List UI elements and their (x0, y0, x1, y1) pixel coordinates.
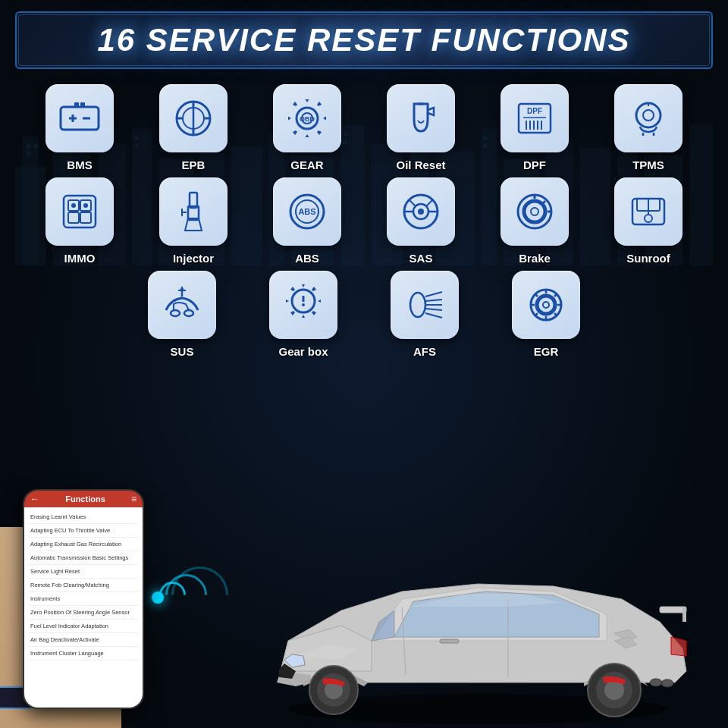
phone-content: Erasing Learnt Values Adapting ECU To Th… (24, 507, 143, 708)
injector-icon-box (159, 177, 228, 246)
icon-item-gearbox[interactable]: Gear box (254, 271, 353, 358)
phone-menu-icon[interactable]: ≡ (131, 494, 136, 504)
brake-icon-box (500, 177, 569, 246)
phone-menu-item-4[interactable]: Automatic Transmission Basic Settings (29, 551, 138, 565)
icons-section: BMS EPB (0, 77, 728, 368)
icon-item-tpms[interactable]: TPMS (599, 84, 698, 171)
svg-point-102 (302, 303, 305, 306)
svg-line-82 (410, 200, 416, 206)
icons-row-1: BMS EPB (23, 84, 705, 171)
bottom-section: ← Functions ≡ Erasing Learnt Values Adap… (0, 466, 728, 728)
phone-menu-item-1[interactable]: Erasing Learnt Values (29, 510, 138, 524)
svg-line-115 (554, 313, 557, 316)
egr-icon-box (512, 271, 580, 339)
gear-label: GEAR (290, 158, 323, 171)
svg-rect-96 (184, 310, 193, 316)
car-image (220, 474, 728, 728)
icon-item-afs[interactable]: AFS (375, 271, 474, 358)
svg-rect-35 (80, 102, 85, 107)
phone-area: ← Functions ≡ Erasing Learnt Values Adap… (0, 466, 243, 728)
svg-text:ABS: ABS (298, 207, 315, 216)
icon-item-sunroof[interactable]: Sunroof (599, 177, 698, 265)
svg-point-85 (524, 201, 545, 222)
tpms-label: TPMS (632, 158, 664, 171)
svg-line-117 (535, 313, 538, 316)
svg-rect-95 (171, 310, 180, 316)
phone-menu-item-7[interactable]: Instruments (29, 592, 138, 606)
icon-item-sus[interactable]: SUS (133, 271, 231, 358)
sunroof-icon-box (614, 177, 682, 246)
svg-rect-33 (61, 107, 99, 130)
phone-title: Functions (65, 494, 105, 504)
svg-point-110 (537, 296, 555, 314)
epb-label: EPB (182, 158, 206, 171)
icon-item-egr[interactable]: EGR (497, 271, 595, 358)
icon-item-bms[interactable]: BMS (30, 84, 129, 171)
svg-rect-67 (80, 212, 91, 223)
svg-point-59 (643, 110, 654, 121)
phone-header: ← Functions ≡ (24, 491, 143, 507)
wifi-signal (136, 565, 228, 626)
svg-rect-130 (660, 607, 686, 613)
svg-point-132 (650, 679, 662, 686)
svg-line-119 (535, 293, 538, 297)
phone-menu-item-5[interactable]: Service Light Reset (29, 565, 138, 579)
svg-point-111 (543, 302, 549, 308)
svg-rect-129 (440, 639, 459, 643)
svg-text:DPF: DPF (527, 107, 542, 115)
gearbox-icon-box (269, 271, 337, 339)
icon-item-epb[interactable]: EPB (144, 84, 243, 171)
bms-label: BMS (67, 158, 92, 171)
svg-rect-66 (68, 212, 79, 223)
svg-point-58 (636, 103, 661, 127)
svg-point-93 (645, 215, 652, 222)
abs-icon-box: ABS (273, 177, 341, 246)
immo-label: IMMO (64, 252, 96, 265)
oil-icon-box (387, 84, 455, 152)
immo-icon-box (46, 177, 114, 246)
svg-line-107 (425, 309, 442, 310)
bms-icon-box (46, 84, 114, 152)
epb-icon-box (159, 84, 228, 152)
icon-item-brake[interactable]: Brake (485, 177, 584, 265)
icon-item-abs[interactable]: ABS ABS (258, 177, 356, 265)
svg-line-104 (425, 292, 442, 297)
phone-menu-item-10[interactable]: Air Bag Deactivate/Activate (29, 633, 138, 647)
icon-item-dpf[interactable]: DPF DPF (485, 84, 584, 171)
phone-menu-item-2[interactable]: Adapting ECU To Throttle Valve (29, 524, 138, 538)
sas-icon-box (387, 177, 455, 246)
svg-text:OBD: OBD (300, 115, 315, 123)
icon-item-gear[interactable]: OBD GEAR (258, 84, 356, 171)
svg-line-108 (425, 313, 442, 318)
phone-device: ← Functions ≡ Erasing Learnt Values Adap… (23, 489, 144, 709)
phone-menu-item-6[interactable]: Remote Fob Clearing/Matching (29, 579, 138, 592)
phone-menu-item-9[interactable]: Fuel Level Indicator Adaptation (29, 620, 138, 633)
page-title: 16 SERVICE RESET FUNCTIONS (32, 22, 696, 58)
afs-label: AFS (413, 345, 436, 358)
oil-label: Oil Reset (396, 158, 445, 171)
sus-label: SUS (171, 345, 194, 358)
dpf-label: DPF (523, 158, 546, 171)
svg-point-133 (661, 679, 673, 687)
svg-marker-99 (180, 286, 184, 290)
phone-back-button[interactable]: ← (30, 494, 39, 504)
icon-item-immo[interactable]: IMMO (30, 177, 129, 265)
svg-rect-34 (74, 102, 79, 107)
phone-menu-item-8[interactable]: Zero Position Of Steering Angle Sensor (29, 606, 138, 620)
icon-item-sas[interactable]: SAS (372, 177, 470, 265)
icon-item-oil[interactable]: Oil Reset (372, 84, 470, 171)
tpms-icon-box (614, 84, 682, 152)
svg-point-103 (410, 293, 425, 317)
icons-row-2: IMMO Injector (23, 177, 705, 265)
afs-icon-box (391, 271, 459, 339)
sus-icon-box (148, 271, 216, 339)
phone-menu-item-11[interactable]: Instrument Cluster Language (29, 647, 138, 661)
svg-line-88 (542, 201, 545, 204)
phone-menu-item-3[interactable]: Adapting Exhaust Gas Recirculation (29, 538, 138, 551)
svg-line-113 (554, 293, 557, 297)
sunroof-label: Sunroof (626, 252, 670, 265)
icons-row-3: SUS (23, 271, 705, 358)
icon-item-injector[interactable]: Injector (144, 177, 243, 265)
svg-point-79 (418, 209, 424, 215)
injector-label: Injector (173, 252, 214, 265)
